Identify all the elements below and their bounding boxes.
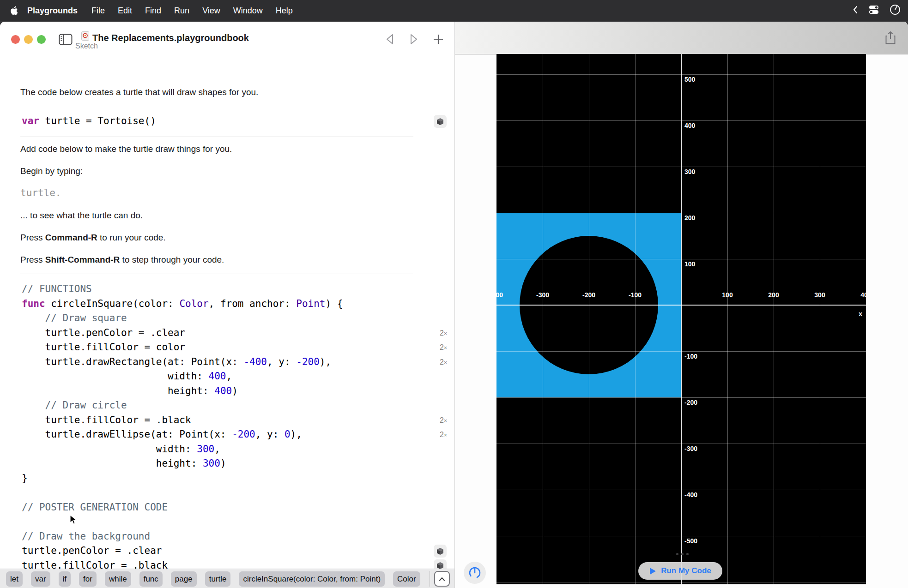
y-axis-tick-label: 300 bbox=[684, 168, 695, 175]
page-indicator-dots[interactable] bbox=[676, 553, 689, 555]
window-titlebar: The Replacements.playgroundbook Sketch bbox=[0, 22, 454, 53]
x-axis-tick-label: -100 bbox=[629, 291, 642, 299]
suggestion-chip[interactable]: if bbox=[59, 571, 71, 587]
result-count-badge[interactable]: 2× bbox=[440, 340, 447, 356]
minimize-button[interactable] bbox=[24, 35, 33, 44]
menu-find[interactable]: Find bbox=[139, 6, 168, 16]
y-axis-line bbox=[681, 54, 682, 584]
code-line[interactable]: turtle.penColor = .clear bbox=[22, 544, 454, 558]
suggestion-chip[interactable]: var bbox=[31, 571, 50, 587]
x-axis-tick-label: 300 bbox=[814, 291, 825, 299]
sidebar-toggle-icon[interactable] bbox=[59, 34, 73, 47]
code-main-block[interactable]: // FUNCTIONSfunc circleInSquare(color: C… bbox=[22, 282, 454, 569]
result-count-badge[interactable]: 2× bbox=[440, 413, 447, 429]
code-line[interactable]: // Draw circle bbox=[22, 398, 454, 413]
y-axis-tick-label: -400 bbox=[684, 491, 697, 498]
speed-gauge-icon bbox=[467, 565, 482, 580]
code-line[interactable] bbox=[22, 486, 454, 500]
code-line[interactable]: // Draw the background bbox=[22, 529, 454, 544]
y-axis-tick-label: 400 bbox=[684, 122, 695, 129]
lesson-text: Add code below to make the turtle draw t… bbox=[20, 144, 232, 154]
code-line[interactable]: height: 300) bbox=[22, 456, 454, 471]
code-line[interactable]: turtle.drawEllipse(at: Point(x: -200, y:… bbox=[22, 427, 454, 442]
code-line[interactable]: // Draw square bbox=[22, 311, 454, 326]
y-axis-tick-label: 100 bbox=[684, 260, 695, 268]
run-my-code-button[interactable]: Run My Code bbox=[638, 562, 722, 580]
view-result-button[interactable] bbox=[434, 559, 447, 569]
suggestion-chip[interactable]: while bbox=[105, 571, 131, 587]
code-line[interactable]: width: 400, bbox=[22, 369, 454, 384]
run-speed-button[interactable] bbox=[464, 562, 486, 584]
zoom-button[interactable] bbox=[37, 35, 46, 44]
suggestion-chip[interactable]: let bbox=[6, 571, 23, 587]
vertical-gridline bbox=[727, 54, 728, 584]
menu-playgrounds[interactable]: Playgrounds bbox=[20, 6, 85, 16]
y-axis-tick-label: -100 bbox=[684, 353, 697, 360]
forward-button[interactable] bbox=[406, 32, 421, 47]
suggestion-chip[interactable]: Color bbox=[393, 571, 420, 587]
view-result-button[interactable] bbox=[434, 115, 447, 128]
code-line[interactable] bbox=[22, 515, 454, 529]
result-count-badge[interactable]: 2× bbox=[440, 427, 447, 443]
x-axis-tick-label: 400 bbox=[860, 291, 866, 299]
code-line[interactable]: height: 400) bbox=[22, 384, 454, 399]
x-axis-tick-label: 100 bbox=[722, 291, 732, 299]
expand-chevron-button[interactable] bbox=[434, 571, 450, 587]
code-line[interactable]: turtle.fillColor = color2× bbox=[22, 340, 454, 355]
control-center-icon[interactable] bbox=[867, 5, 880, 16]
menu-edit[interactable]: Edit bbox=[111, 6, 139, 16]
suggestion-chip[interactable]: func bbox=[139, 571, 163, 587]
menu-view[interactable]: View bbox=[196, 6, 227, 16]
menu-window[interactable]: Window bbox=[227, 6, 269, 16]
code-line[interactable]: // FUNCTIONS bbox=[22, 282, 454, 297]
mouse-cursor bbox=[70, 515, 78, 527]
live-view-panel: x-500-400-300-200-1001002003004005004003… bbox=[455, 22, 908, 588]
code-line[interactable]: func circleInSquare(color: Color, from a… bbox=[22, 297, 454, 312]
x-axis-tick-label: -200 bbox=[582, 291, 595, 299]
code-line[interactable]: // POSTER GENERATION CODE bbox=[22, 500, 454, 515]
menu-run[interactable]: Run bbox=[168, 6, 196, 16]
menu-bar: Playgrounds File Edit Find Run View Wind… bbox=[0, 0, 908, 21]
y-axis-tick-label: -500 bbox=[684, 537, 697, 545]
view-result-button[interactable] bbox=[434, 545, 447, 558]
code-line[interactable]: turtle.drawRectangle(at: Point(x: -400, … bbox=[22, 355, 454, 370]
menu-help[interactable]: Help bbox=[269, 6, 299, 16]
turtle-canvas: x-500-400-300-200-1001002003004005004003… bbox=[496, 54, 866, 584]
code-editor-pane[interactable]: The code below creates a turtle that wil… bbox=[0, 53, 454, 569]
close-button[interactable] bbox=[11, 35, 20, 44]
code-line[interactable]: turtle.penColor = .clear2× bbox=[22, 326, 454, 341]
vertical-gridline bbox=[543, 54, 543, 584]
vertical-gridline bbox=[635, 54, 636, 584]
apple-logo-icon[interactable] bbox=[10, 6, 18, 15]
vertical-gridline bbox=[820, 54, 820, 584]
add-page-button[interactable] bbox=[431, 32, 446, 47]
result-count-badge[interactable]: 2× bbox=[440, 326, 447, 342]
code-intro-block[interactable]: var turtle = Tortoise() bbox=[22, 114, 454, 129]
y-axis-tick-label: -200 bbox=[684, 399, 697, 406]
code-line[interactable]: turtle.fillColor = .black2× bbox=[22, 413, 454, 428]
lesson-text: Press Command-R to run your code. bbox=[20, 233, 166, 243]
y-axis-tick-label: -300 bbox=[684, 445, 697, 452]
suggestion-chip[interactable]: page bbox=[171, 571, 197, 587]
result-count-badge[interactable]: 2× bbox=[440, 355, 447, 371]
suggestion-chips: letvarifforwhilefuncpageturtlecircleInSq… bbox=[0, 571, 429, 587]
code-line[interactable]: turtle.fillColor = .black bbox=[22, 558, 454, 569]
code-line[interactable]: width: 300, bbox=[22, 442, 454, 457]
chevron-left-icon[interactable] bbox=[853, 6, 858, 16]
clock-icon[interactable] bbox=[890, 4, 901, 17]
y-axis-tick-label: 500 bbox=[684, 76, 695, 83]
suggestion-chip[interactable]: for bbox=[79, 571, 97, 587]
suggestion-separator bbox=[430, 571, 430, 587]
vertical-gridline bbox=[589, 54, 589, 584]
lesson-text: Begin by typing: bbox=[20, 166, 83, 176]
code-line[interactable]: } bbox=[22, 471, 454, 486]
divider bbox=[20, 137, 413, 137]
suggestion-chip[interactable]: turtle bbox=[205, 571, 231, 587]
live-view-header bbox=[455, 22, 908, 54]
back-button[interactable] bbox=[383, 32, 398, 47]
share-icon[interactable] bbox=[885, 31, 896, 47]
suggestion-chip[interactable]: circleInSquare(color: Color, from: Point… bbox=[239, 571, 385, 587]
menu-file[interactable]: File bbox=[85, 6, 111, 16]
code-line[interactable]: var turtle = Tortoise() bbox=[22, 114, 454, 129]
vertical-gridline bbox=[774, 54, 774, 584]
